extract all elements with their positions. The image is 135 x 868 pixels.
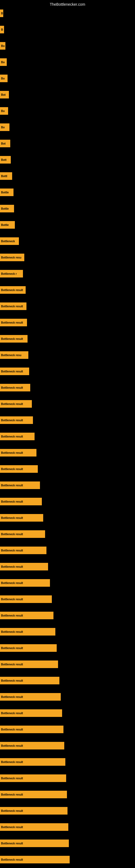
bar-label-21: Bottleneck result: [1, 337, 23, 340]
bar-item-11: Bottl: [0, 172, 12, 180]
bar-item-7: Bo: [0, 107, 8, 115]
bar-label-9: Bot: [1, 142, 6, 145]
bar-label-3: Bo: [1, 44, 5, 48]
bar-label-22: Bottleneck resu: [1, 354, 21, 357]
bar-label-47: Bottleneck result: [1, 761, 23, 764]
bar-item-2: B: [0, 26, 4, 33]
bar-item-22: Bottleneck resu: [0, 351, 28, 359]
bar-label-30: Bottleneck result: [1, 484, 23, 487]
bar-item-41: Bottleneck result: [0, 660, 58, 668]
bar-label-42: Bottleneck result: [1, 679, 23, 682]
bar-label-11: Bottl: [1, 175, 7, 178]
bar-label-8: Bo: [1, 126, 5, 129]
bar-label-53: Bottleneck result: [1, 858, 23, 861]
bar-item-23: Bottleneck result: [0, 368, 29, 375]
bar-label-36: Bottleneck result: [1, 582, 23, 585]
bar-item-35: Bottleneck result: [0, 563, 48, 570]
bar-item-12: Bottle: [0, 188, 13, 196]
bar-label-13: Bottle: [1, 207, 9, 210]
bar-label-48: Bottleneck result: [1, 777, 23, 780]
bar-item-38: Bottleneck result: [0, 612, 53, 619]
bar-label-37: Bottleneck result: [1, 598, 23, 601]
bar-item-42: Bottleneck result: [0, 677, 59, 684]
bar-label-2: B: [1, 28, 3, 31]
bar-label-40: Bottleneck result: [1, 647, 23, 650]
bar-label-15: Bottleneck: [1, 240, 15, 243]
bar-item-10: Bott: [0, 156, 11, 163]
bar-item-51: Bottleneck result: [0, 823, 68, 831]
bar-label-5: Bo: [1, 77, 5, 80]
bar-item-45: Bottleneck result: [0, 725, 63, 733]
bar-label-12: Bottle: [1, 191, 9, 194]
bar-item-3: Bo: [0, 42, 5, 50]
bar-item-29: Bottleneck result: [0, 465, 38, 473]
bar-item-43: Bottleneck result: [0, 693, 61, 701]
bar-label-50: Bottleneck result: [1, 809, 23, 812]
bar-item-17: Bottleneck r: [0, 270, 23, 278]
bar-label-10: Bott: [1, 158, 6, 161]
bar-item-28: Bottleneck result: [0, 449, 37, 457]
bar-label-31: Bottleneck result: [1, 500, 23, 503]
bar-item-6: Bot: [0, 91, 9, 98]
bar-item-32: Bottleneck result: [0, 514, 43, 522]
bar-item-30: Bottleneck result: [0, 482, 40, 489]
bar-item-39: Bottleneck result: [0, 628, 55, 636]
bar-label-44: Bottleneck result: [1, 712, 23, 715]
bar-label-52: Bottleneck result: [1, 842, 23, 845]
bar-label-25: Bottleneck result: [1, 403, 23, 405]
bar-label-20: Bottleneck result: [1, 321, 23, 324]
bar-item-37: Bottleneck result: [0, 595, 52, 603]
bar-item-21: Bottleneck result: [0, 335, 28, 343]
bar-label-17: Bottleneck r: [1, 272, 17, 275]
bar-item-36: Bottleneck result: [0, 579, 50, 587]
bar-label-34: Bottleneck result: [1, 549, 23, 552]
bar-item-48: Bottleneck result: [0, 774, 66, 782]
bar-item-14: Bottle: [0, 221, 15, 229]
bar-item-1: B: [0, 9, 3, 17]
bar-label-29: Bottleneck result: [1, 468, 23, 471]
bar-label-27: Bottleneck result: [1, 435, 23, 438]
bar-label-14: Bottle: [1, 223, 9, 226]
bar-item-20: Bottleneck result: [0, 319, 27, 326]
bar-item-44: Bottleneck result: [0, 709, 62, 717]
bar-label-18: Bottleneck result: [1, 289, 23, 291]
bar-item-4: Bo: [0, 58, 7, 66]
bar-item-18: Bottleneck result: [0, 286, 26, 294]
bar-item-8: Bo: [0, 123, 9, 131]
site-title: TheBottlenecker.com: [50, 2, 85, 6]
bar-item-9: Bot: [0, 140, 10, 147]
bar-label-4: Bo: [1, 61, 5, 64]
bar-item-31: Bottleneck result: [0, 498, 42, 505]
bar-label-16: Bottleneck resu: [1, 256, 21, 259]
bar-label-38: Bottleneck result: [1, 614, 23, 617]
bar-label-24: Bottleneck result: [1, 386, 23, 389]
bar-label-23: Bottleneck result: [1, 370, 23, 373]
bar-label-26: Bottleneck result: [1, 419, 23, 422]
bar-label-45: Bottleneck result: [1, 728, 23, 731]
bar-label-6: Bot: [1, 93, 6, 96]
bar-item-52: Bottleneck result: [0, 839, 69, 847]
bar-item-47: Bottleneck result: [0, 758, 65, 766]
bar-item-19: Bottleneck result: [0, 303, 27, 310]
bar-item-24: Bottleneck result: [0, 384, 30, 392]
bar-label-51: Bottleneck result: [1, 826, 23, 829]
bar-label-46: Bottleneck result: [1, 744, 23, 747]
bar-label-35: Bottleneck result: [1, 565, 23, 568]
bar-label-28: Bottleneck result: [1, 452, 23, 454]
bar-label-19: Bottleneck result: [1, 305, 23, 308]
bar-label-7: Bo: [1, 110, 5, 113]
bar-label-1: B: [1, 12, 3, 15]
bar-item-46: Bottleneck result: [0, 742, 64, 749]
bar-item-33: Bottleneck result: [0, 530, 45, 538]
bar-item-27: Bottleneck result: [0, 433, 35, 440]
bar-label-43: Bottleneck result: [1, 695, 23, 699]
bar-label-32: Bottleneck result: [1, 517, 23, 520]
bar-item-40: Bottleneck result: [0, 644, 57, 652]
bar-item-13: Bottle: [0, 205, 14, 212]
bar-item-25: Bottleneck result: [0, 400, 32, 408]
bar-label-33: Bottleneck result: [1, 533, 23, 536]
bar-item-16: Bottleneck resu: [0, 254, 24, 261]
bar-label-49: Bottleneck result: [1, 793, 23, 796]
bar-label-41: Bottleneck result: [1, 663, 23, 666]
bar-item-53: Bottleneck result: [0, 856, 70, 863]
